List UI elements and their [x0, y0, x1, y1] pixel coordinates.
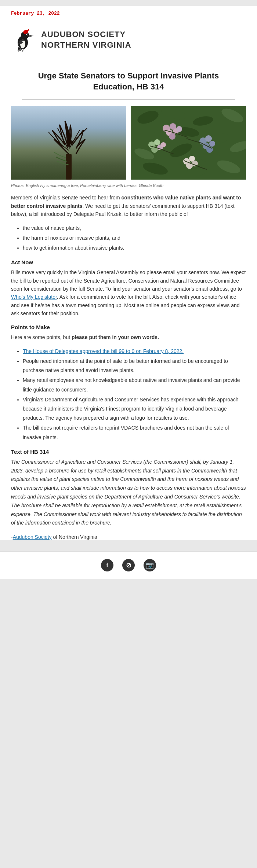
svg-point-48	[161, 142, 166, 147]
photos-row	[11, 106, 246, 180]
svg-point-33	[169, 133, 175, 140]
org-name: AUDUBON SOCIETY NORTHERN VIRGINIA	[41, 29, 131, 50]
berries-svg	[131, 106, 246, 180]
points-intro: Here are some points, but please put the…	[11, 333, 246, 341]
intro-text-1: Members of Virginia's Senate need to hea…	[11, 195, 121, 201]
org-name-line2: NORTHERN VIRGINIA	[41, 40, 131, 51]
svg-point-34	[176, 126, 182, 132]
date-text: February 23, 2022	[11, 11, 60, 16]
photo-caption: Photos: English Ivy smothering a tree, P…	[11, 183, 246, 188]
points-heading: Points to Make	[11, 324, 246, 330]
link-icon[interactable]: ⊘	[122, 559, 135, 571]
tree-silhouette-svg	[47, 117, 91, 180]
main-title: Urge State Senators to Support Invasive …	[11, 62, 246, 99]
svg-point-38	[209, 141, 215, 147]
points-bullet-1: The House of Delegates approved the bill…	[23, 347, 246, 356]
bullet-1: the value of native plants,	[23, 224, 246, 233]
svg-line-12	[22, 49, 23, 52]
points-bullet-4: Virginia's Department of Agriculture and…	[23, 395, 246, 423]
instagram-icon[interactable]: 📷	[144, 559, 156, 571]
bullet-3: how to get information about invasive pl…	[23, 243, 246, 253]
header-section: AUDUBON SOCIETY NORTHERN VIRGINIA	[0, 20, 257, 62]
svg-point-36	[205, 135, 212, 142]
svg-marker-7	[29, 35, 34, 37]
points-bullets: The House of Delegates approved the bill…	[23, 347, 246, 442]
hb314-text: The Commissioner of Agriculture and Cons…	[11, 458, 246, 527]
photo-berries	[131, 106, 246, 180]
act-now-heading: Act Now	[11, 259, 246, 265]
org-name-line1: AUDUBON SOCIETY	[41, 29, 131, 40]
act-now-text1: Bills move very quickly in the Virginia …	[11, 269, 246, 292]
link-label: ⊘	[126, 561, 131, 569]
photo-tree	[11, 106, 126, 180]
svg-point-6	[27, 34, 28, 35]
points-bullet-3: Many retail employees are not knowledgea…	[23, 376, 246, 394]
date-bar: February 23, 2022	[0, 6, 257, 20]
facebook-label: f	[106, 562, 108, 569]
signature: -Audubon Society of Northern Virginia	[11, 534, 246, 540]
intro-bullets: the value of native plants, the harm of …	[23, 224, 246, 253]
svg-rect-13	[66, 154, 72, 180]
hb314-heading: Text of HB 314	[11, 449, 246, 455]
points-intro-text: Here are some points, but	[11, 334, 72, 340]
hb314-text-section: The Commissioner of Agriculture and Cons…	[11, 458, 246, 527]
logo-area: AUDUBON SOCIETY NORTHERN VIRGINIA	[11, 27, 131, 53]
facebook-icon[interactable]: f	[101, 559, 113, 571]
bullet-2: the harm of noxious or invasive plants, …	[23, 233, 246, 243]
act-now-paragraph: Bills move very quickly in the Virginia …	[11, 268, 246, 317]
svg-point-45	[154, 139, 160, 145]
points-bullet-5: The bill does not require retailers to r…	[23, 423, 246, 442]
title-divider	[22, 99, 235, 100]
footer-section: f ⊘ 📷	[0, 551, 257, 579]
points-intro-bold: please put them in your own words.	[72, 334, 159, 340]
audubon-link[interactable]: Audubon Society	[13, 534, 52, 540]
content-section: Urge State Senators to Support Invasive …	[0, 62, 257, 540]
woodpecker-icon	[11, 27, 37, 53]
svg-point-42	[186, 162, 193, 169]
points-bullet-1-link[interactable]: The House of Delegates approved the bill…	[23, 348, 184, 354]
points-bullet-2: People need information at the point of …	[23, 357, 246, 375]
intro-paragraph: Members of Virginia's Senate need to hea…	[11, 194, 246, 218]
instagram-label: 📷	[146, 561, 154, 569]
whos-my-legislator-link[interactable]: Who's My Legislator	[11, 294, 57, 300]
signature-suffix: of Northern Virginia	[52, 534, 97, 540]
bottom-space	[0, 579, 257, 590]
